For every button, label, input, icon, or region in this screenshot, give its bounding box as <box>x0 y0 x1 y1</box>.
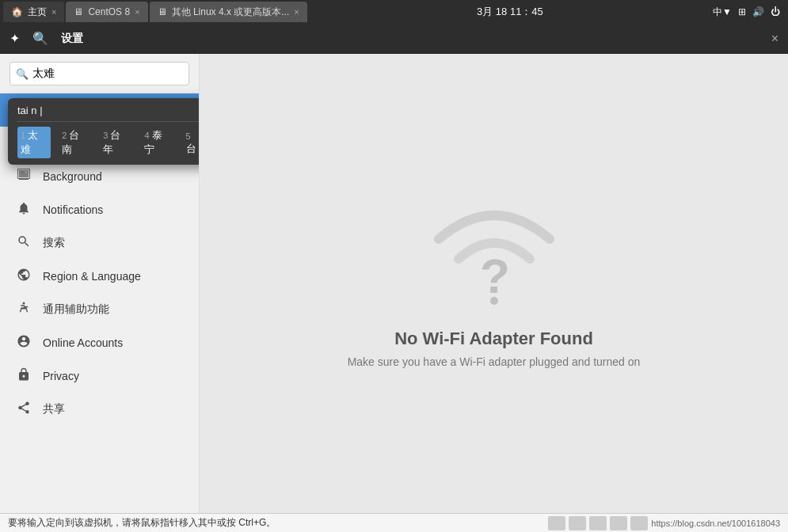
taskbar-power-icon[interactable]: ⏻ <box>771 6 780 17</box>
sidebar-item-privacy-label: Privacy <box>43 370 79 382</box>
ime-candidate-4[interactable]: 4 泰宁 <box>141 127 174 158</box>
sidebar-item-notifications[interactable]: Notifications <box>0 193 199 226</box>
taskbar: 🏠 主页 × 🖥 CentOS 8 × 🖥 其他 Linux 4.x 或更高版本… <box>0 0 788 24</box>
sidebar-item-background-label: Background <box>43 170 102 183</box>
ime-popup: tai n | 1 太难 2 台南 3 台年 4 泰宁 5 台 ‹ <box>8 98 200 165</box>
online-accounts-icon <box>16 334 32 352</box>
background-icon <box>16 168 32 185</box>
taskbar-right: 中▼ ⊞ 🔊 ⏻ <box>713 6 788 19</box>
search-sidebar-icon <box>16 234 32 252</box>
tab-other-icon: 🖥 <box>158 6 167 17</box>
no-wifi-title: No Wi-Fi Adapter Found <box>394 329 593 349</box>
ime-candidates: 1 太难 2 台南 3 台年 4 泰宁 5 台 ‹ › <box>17 127 200 158</box>
tab-other-label: 其他 Linux 4.x 或更高版本... <box>172 6 290 19</box>
sidebar-item-search-label: 搜索 <box>43 236 65 250</box>
sidebar-item-search[interactable]: 搜索 <box>0 226 199 260</box>
tab-home-label: 主页 <box>28 6 47 19</box>
appbar: ✦ 🔍 设置 × <box>0 24 788 54</box>
statusbar-hint: 要将输入定向到该虚拟机，请将鼠标指针移入其中或按 Ctrl+G。 <box>8 516 276 530</box>
no-wifi-graphic: ? <box>423 200 565 313</box>
content-panel: ? No Wi-Fi Adapter Found Make sure you h… <box>200 54 788 513</box>
sidebar-item-privacy[interactable]: Privacy <box>0 359 199 393</box>
sidebar-item-share[interactable]: 共享 <box>0 393 199 426</box>
status-icon-3 <box>589 516 607 530</box>
close-button[interactable]: × <box>771 32 778 46</box>
svg-point-4 <box>23 302 25 305</box>
main-area: 🔍 tai n | 1 太难 2 台南 3 台年 4 泰宁 5 <box>0 54 788 513</box>
privacy-icon <box>16 367 32 385</box>
status-icon-1 <box>548 516 565 530</box>
taskbar-network-icon[interactable]: ⊞ <box>738 6 746 17</box>
search-icon: 🔍 <box>16 68 29 80</box>
svg-point-3 <box>25 171 28 173</box>
sidebar-item-region[interactable]: Region & Language <box>0 260 199 293</box>
statusbar: 要将输入定向到该虚拟机，请将鼠标指针移入其中或按 Ctrl+G。 https:/… <box>0 513 788 532</box>
tab-centos-close[interactable]: × <box>135 7 139 17</box>
ime-candidate-2[interactable]: 2 台南 <box>59 127 92 158</box>
tab-other[interactable]: 🖥 其他 Linux 4.x 或更高版本... × <box>150 2 307 22</box>
search-box: 🔍 <box>10 62 189 86</box>
svg-text:?: ? <box>480 249 510 303</box>
status-icon-4 <box>610 516 627 530</box>
tab-centos-label: CentOS 8 <box>88 6 130 17</box>
app-title: 设置 <box>61 32 83 46</box>
ime-candidate-3[interactable]: 3 台年 <box>100 127 133 158</box>
status-icon-5 <box>630 516 648 530</box>
status-icon-2 <box>569 516 586 530</box>
taskbar-datetime: 3月 18 11：45 <box>307 5 713 19</box>
statusbar-url: https://blog.csdn.net/1001618043 <box>651 519 780 528</box>
share-icon <box>16 401 32 418</box>
sidebar-item-share-label: 共享 <box>43 402 65 416</box>
sidebar-item-accessibility[interactable]: 通用辅助功能 <box>0 293 199 326</box>
tab-other-close[interactable]: × <box>294 7 299 17</box>
taskbar-lang[interactable]: 中▼ <box>713 6 732 19</box>
sidebar: 🔍 tai n | 1 太难 2 台南 3 台年 4 泰宁 5 <box>0 54 200 513</box>
statusbar-right: https://blog.csdn.net/1001618043 <box>548 516 780 530</box>
accessibility-icon <box>16 301 32 318</box>
sidebar-item-region-label: Region & Language <box>43 270 141 283</box>
sidebar-item-notifications-label: Notifications <box>43 203 103 216</box>
ime-candidate-5[interactable]: 5 台 <box>183 128 200 158</box>
sidebar-item-accessibility-label: 通用辅助功能 <box>43 302 109 317</box>
settings-wrench-icon[interactable]: ✦ <box>10 31 20 46</box>
tab-centos-icon: 🖥 <box>74 6 83 17</box>
tab-home[interactable]: 🏠 主页 × <box>3 2 64 22</box>
ime-input-line: tai n | <box>17 104 200 122</box>
notifications-icon <box>16 201 32 218</box>
region-icon <box>16 268 32 285</box>
sidebar-item-online-accounts-label: Online Accounts <box>43 336 123 349</box>
svg-rect-2 <box>18 169 30 179</box>
taskbar-left: 🏠 主页 × 🖥 CentOS 8 × 🖥 其他 Linux 4.x 或更高版本… <box>0 2 307 22</box>
sidebar-item-background[interactable]: Background <box>0 160 199 193</box>
ime-candidate-1[interactable]: 1 太难 <box>17 127 51 158</box>
svg-point-6 <box>490 297 498 305</box>
sidebar-item-online-accounts[interactable]: Online Accounts <box>0 326 199 359</box>
tab-centos[interactable]: 🖥 CentOS 8 × <box>66 2 147 22</box>
tab-home-icon: 🏠 <box>11 6 23 17</box>
search-button[interactable]: 🔍 <box>32 31 48 46</box>
tab-home-close[interactable]: × <box>51 7 56 17</box>
no-wifi-subtitle: Make sure you have a Wi-Fi adapter plugg… <box>348 355 641 368</box>
taskbar-volume-icon[interactable]: 🔊 <box>752 6 764 17</box>
search-input[interactable] <box>10 62 189 86</box>
